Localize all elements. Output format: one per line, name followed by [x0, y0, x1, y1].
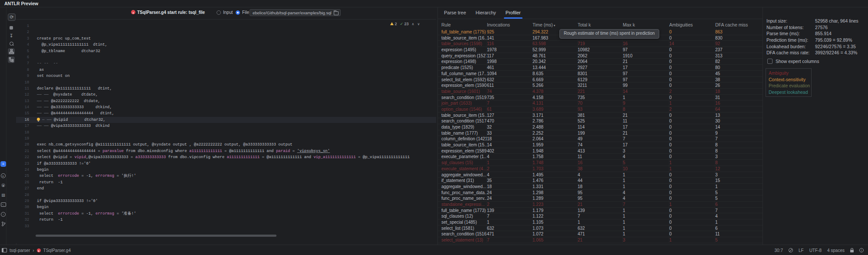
code-line[interactable]: 15—— —— @a4444444444444444 dtint, — [16, 110, 436, 116]
run-icon[interactable]: ▸ — [0, 173, 6, 179]
antlr-preview-tool-icon[interactable]: ≡ — [0, 161, 6, 167]
code-line[interactable]: 2 — [16, 29, 436, 35]
code-line[interactable]: 28 — [16, 192, 436, 198]
breadcrumb-file[interactable]: TSqlParser.g4 — [43, 248, 71, 253]
tab-hierarchy[interactable]: Hierarchy — [476, 7, 496, 19]
code-line[interactable]: 1 — [16, 23, 436, 29]
code-line[interactable]: 22select @vipid = vipid,@vipa33333333333… — [16, 154, 436, 160]
code-line[interactable]: 18 — [16, 129, 436, 136]
table-row[interactable]: full_column_name (17...10948.63583019704… — [438, 71, 763, 77]
scroll-to-source-icon[interactable]: ↧ — [8, 33, 15, 39]
tab-parse-tree[interactable]: Parse tree — [444, 7, 466, 19]
table-row[interactable]: option_clause (1546)613.689938264 — [438, 106, 763, 113]
code-line[interactable]: 14—— —— @a333333333333 dtkind, — [16, 104, 436, 110]
notifications-icon[interactable]: ! — [859, 248, 864, 252]
table-row[interactable]: expression_elem (1589)4021.948413308 — [438, 148, 763, 154]
line-ending[interactable]: LF — [799, 248, 804, 253]
code-line[interactable]: 20exec nb_com_getsysconfig @a11111111111… — [16, 142, 436, 148]
code-line[interactable]: 17—— —— @vipa333333333333 dtkind — [16, 123, 436, 129]
code-line[interactable]: 7-- -- -- — [16, 60, 436, 66]
table-row[interactable]: query_expression (1527)11748.76120621910… — [438, 53, 763, 59]
terminal-icon[interactable]: >_ — [0, 202, 6, 207]
table-row[interactable]: aggregate_windowed...41.4954103 — [438, 172, 763, 178]
caret-position[interactable]: 30:7 — [774, 248, 783, 253]
lock-icon[interactable] — [850, 250, 854, 252]
table-row[interactable]: table_source (1601)744.37822114218 — [438, 89, 763, 95]
table-row[interactable]: execute_parameter (1...41.75811403 — [438, 154, 763, 160]
table-row[interactable]: set_special (1485)11.1051101 — [438, 219, 763, 225]
table-row[interactable]: select_list_elem (1592)6326.669612997038 — [438, 77, 763, 83]
code-editor[interactable]: 123create proc up_com_test4 @p_vipa11111… — [16, 20, 436, 243]
table-row[interactable]: expression (1498)199820.342206421082 — [438, 59, 763, 65]
table-row[interactable]: table_source_item (15...1273.17138121013 — [438, 113, 763, 119]
table-row[interactable]: sql_clauses (12)71.1227104 — [438, 213, 763, 219]
tree-view-icon[interactable] — [8, 56, 15, 63]
inspections-widget[interactable]: 2 ✓ 23 ∧ ∨ — [390, 22, 420, 26]
table-row[interactable]: search_condition (1517)4702.78652511030 — [438, 118, 763, 124]
table-row[interactable]: aggregate_windowed...181.33118101 — [438, 184, 763, 190]
table-row[interactable]: if_statement (31)351.476441015 — [438, 178, 763, 184]
table-row[interactable]: table_sources (1598)11663.598719161492 — [438, 41, 763, 47]
table-row[interactable]: select_statement (13)71.06521315 — [438, 237, 763, 243]
code-line[interactable]: 3create proc up_com_test — [16, 36, 436, 42]
table-row[interactable]: expression (1495)197852.99910982970237 — [438, 47, 763, 53]
layers-icon[interactable]: ▤ — [0, 192, 6, 198]
code-line[interactable]: 4 @p_vipa1111111111111 dtint, — [16, 42, 436, 48]
code-line[interactable]: 32 return -1 — [16, 217, 436, 223]
version-control-icon[interactable] — [0, 221, 6, 227]
table-row[interactable]: data_type (1829)322.48811417014 — [438, 124, 763, 130]
code-line[interactable]: 29if @vipa333333333333 !='0' — [16, 198, 436, 204]
file-path-field[interactable]: ebelice/Github/tsql-parser/examples/big.… — [250, 9, 341, 16]
table-row[interactable]: predicate (1525)46113.444292717080 — [438, 65, 763, 71]
code-line[interactable]: 11declare @a1111111111111 dtint, — [16, 86, 436, 92]
input-radio-label[interactable]: Input — [223, 10, 233, 15]
table-row[interactable]: table_name (1777)332.2521992109 — [438, 130, 763, 136]
table-row[interactable]: expression_elem (1590)6115.266321199026 — [438, 83, 763, 89]
search-icon[interactable] — [8, 40, 15, 47]
code-line[interactable]: 9set nocount on — [16, 73, 436, 79]
table-row[interactable]: standalone_expressi...21.22321716 — [438, 202, 763, 208]
file-encoding[interactable]: UTF-8 — [809, 248, 822, 253]
code-line[interactable]: 13—— —— @a2222222222 dtdate, — [16, 98, 436, 104]
next-problem-icon[interactable]: ∨ — [417, 22, 420, 26]
expert-columns-label[interactable]: Show expert columns — [776, 59, 819, 64]
antlr-icon[interactable]: ▲ — [0, 182, 6, 188]
code-line[interactable]: 30begin — [16, 204, 436, 210]
code-line[interactable]: 12—— —— @sysdate dtdate, — [16, 92, 436, 98]
highlight-level-icon[interactable] — [789, 248, 793, 252]
breadcrumb-project[interactable]: tsql-parser — [10, 248, 30, 253]
file-radio[interactable] — [236, 10, 240, 15]
table-row[interactable]: sql_clauses (15)11.74816518 — [438, 160, 763, 166]
horizontal-scrollbar[interactable] — [36, 235, 276, 237]
code-line[interactable]: 33 — [16, 223, 436, 229]
hierarchy-view-icon[interactable] — [8, 48, 15, 55]
prev-problem-icon[interactable]: ∧ — [412, 22, 414, 26]
tab-profiler[interactable]: Profiler — [506, 7, 521, 19]
code-line[interactable]: 25 select errorcode = -1, errormsg = '执行… — [16, 173, 436, 179]
code-line[interactable]: 8 as — [16, 67, 436, 73]
column-header-dfa-cache-miss[interactable]: DFA cache miss — [715, 22, 761, 27]
intention-bulb-icon[interactable] — [37, 118, 40, 121]
code-line[interactable]: 26 return -1 — [16, 179, 436, 185]
code-line[interactable]: 31 select errorcode = -1, errormsg = '准备… — [16, 211, 436, 217]
table-row[interactable]: table_source_item (15...141.959741708 — [438, 142, 763, 148]
table-row[interactable]: func_proc_name_data...241.29895405 — [438, 190, 763, 196]
folder-icon[interactable] — [334, 11, 339, 15]
expert-columns-checkbox[interactable] — [767, 59, 773, 64]
refresh-button[interactable]: ⟳ — [8, 13, 16, 21]
table-row[interactable]: func_proc_name_serv...241.28995405 — [438, 195, 763, 202]
profiler-rows[interactable]: full_table_name (1775)925294.3220863tabl… — [438, 29, 763, 245]
column-header-invocations[interactable]: Invocations — [487, 22, 533, 27]
code-line[interactable]: 24begin — [16, 167, 436, 173]
column-header-max-k[interactable]: Max k — [623, 22, 669, 27]
column-header-rule[interactable]: Rule — [441, 22, 487, 27]
table-row[interactable]: full_table_name (1773)1391.179139107 — [438, 208, 763, 214]
code-line[interactable]: 27end — [16, 185, 436, 192]
code-line[interactable]: 5 @p_tblname dtchar32 — [16, 48, 436, 54]
input-radio[interactable] — [217, 10, 221, 15]
table-row[interactable]: join_part (1633)74.131709116 — [438, 100, 763, 106]
indent-setting[interactable]: 4 spaces — [827, 248, 845, 253]
code-line[interactable]: 21select @a4444444444444444 = paravalue … — [16, 148, 436, 154]
table-row[interactable]: column_definition (1421)182.06449707 — [438, 136, 763, 142]
project-window-icon[interactable] — [2, 248, 7, 252]
